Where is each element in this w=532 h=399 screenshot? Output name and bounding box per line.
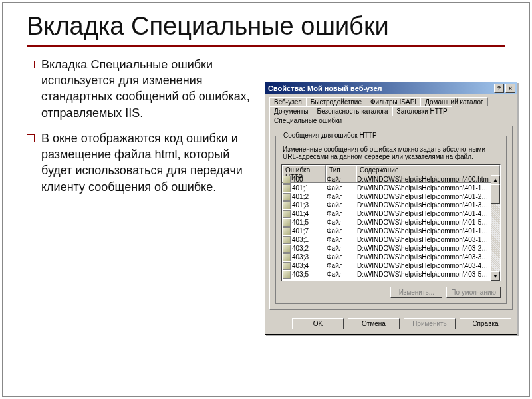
dialog-title: Свойства: Мой новый веб-узел: [268, 84, 382, 92]
scroll-track[interactable]: [491, 204, 500, 271]
dialog-button-bar: OK Отмена Применить Справка: [265, 314, 517, 334]
properties-dialog: Свойства: Мой новый веб-узел ? × Веб-узе…: [265, 82, 517, 335]
file-icon: [283, 184, 291, 192]
table-row[interactable]: 403;1ФайлD:\WINDOWS\help\iisHelp\common\…: [282, 235, 491, 244]
tab-row-1: Веб-узел Быстродействие Фильтры ISAPI До…: [265, 94, 517, 106]
http-errors-group: Сообщения для ошибок HTTP Измененные соо…: [275, 136, 507, 304]
tab-panel: Сообщения для ошибок HTTP Измененные соо…: [269, 126, 513, 310]
close-icon[interactable]: ×: [505, 84, 515, 93]
bullet-list: Вкладка Специальные ошибки используется …: [27, 57, 253, 204]
slide-title: Вкладка Специальные ошибки: [27, 12, 505, 41]
tab-custom-errors[interactable]: Специальные ошибки: [269, 116, 346, 126]
table-row[interactable]: 401;4ФайлD:\WINDOWS\help\iisHelp\common\…: [282, 209, 491, 218]
title-rule: [27, 45, 505, 47]
file-icon: [283, 262, 291, 270]
file-icon: [283, 176, 291, 184]
table-row[interactable]: 400ФайлD:\WINDOWS\help\iisHelp\common\40…: [282, 175, 491, 184]
file-icon: [283, 210, 291, 218]
edit-button[interactable]: Изменить...: [390, 287, 442, 298]
table-row[interactable]: 401;3ФайлD:\WINDOWS\help\iisHelp\common\…: [282, 201, 491, 209]
file-icon: [283, 193, 291, 201]
tab-performance[interactable]: Быстродействие: [306, 97, 366, 106]
error-list[interactable]: Ошибка HTTP Тип Содержание 400ФайлD:\WIN…: [281, 164, 501, 281]
tab-home-directory[interactable]: Домашний каталог: [420, 97, 488, 106]
default-button[interactable]: По умолчанию: [446, 287, 501, 298]
table-row[interactable]: 403;2ФайлD:\WINDOWS\help\iisHelp\common\…: [282, 244, 491, 253]
cancel-button[interactable]: Отмена: [348, 318, 400, 329]
table-row[interactable]: 401;1ФайлD:\WINDOWS\help\iisHelp\common\…: [282, 184, 491, 192]
table-row[interactable]: 401;2ФайлD:\WINDOWS\help\iisHelp\common\…: [282, 192, 491, 201]
help-button[interactable]: Справка: [460, 318, 511, 329]
group-button-bar: Изменить... По умолчанию: [281, 287, 501, 298]
table-row[interactable]: 403;4ФайлD:\WINDOWS\help\iisHelp\common\…: [282, 261, 491, 270]
scroll-down-icon[interactable]: ▼: [491, 271, 500, 281]
dialog-titlebar[interactable]: Свойства: Мой новый веб-узел ? ×: [265, 82, 517, 94]
bullet-item: Вкладка Специальные ошибки используется …: [27, 57, 253, 121]
tab-directory-security[interactable]: Безопасность каталога: [313, 106, 393, 116]
help-icon[interactable]: ?: [494, 84, 504, 93]
group-legend: Сообщения для ошибок HTTP: [281, 132, 379, 139]
apply-button[interactable]: Применить: [404, 318, 456, 329]
table-row[interactable]: 401;5ФайлD:\WINDOWS\help\iisHelp\common\…: [282, 218, 491, 227]
group-hint: Измененные сообщения об ошибках можно за…: [283, 146, 501, 160]
scroll-up-icon[interactable]: ▲: [491, 175, 500, 184]
file-icon: [283, 219, 291, 227]
table-row[interactable]: 403;3ФайлD:\WINDOWS\help\iisHelp\common\…: [282, 253, 491, 261]
table-row[interactable]: 403;5ФайлD:\WINDOWS\help\iisHelp\common\…: [282, 270, 491, 279]
file-icon: [283, 271, 291, 279]
file-icon: [283, 245, 291, 253]
tab-website[interactable]: Веб-узел: [269, 97, 307, 106]
file-icon: [283, 201, 291, 209]
ok-button[interactable]: OK: [292, 318, 344, 329]
scroll-thumb[interactable]: [491, 184, 500, 204]
file-icon: [283, 253, 291, 261]
file-icon: [283, 236, 291, 244]
bullet-item: В окне отображаются код ошибки и размеще…: [27, 130, 253, 195]
vertical-scrollbar[interactable]: ▲ ▼: [491, 175, 500, 281]
file-icon: [283, 227, 291, 235]
tab-http-headers[interactable]: Заголовки HTTP: [392, 106, 452, 116]
tab-row-2: Документы Безопасность каталога Заголовк…: [265, 106, 517, 126]
table-row[interactable]: 401;7ФайлD:\WINDOWS\help\iisHelp\common\…: [282, 227, 491, 235]
tab-isapi-filters[interactable]: Фильтры ISAPI: [366, 97, 421, 106]
tab-documents[interactable]: Документы: [269, 106, 313, 116]
